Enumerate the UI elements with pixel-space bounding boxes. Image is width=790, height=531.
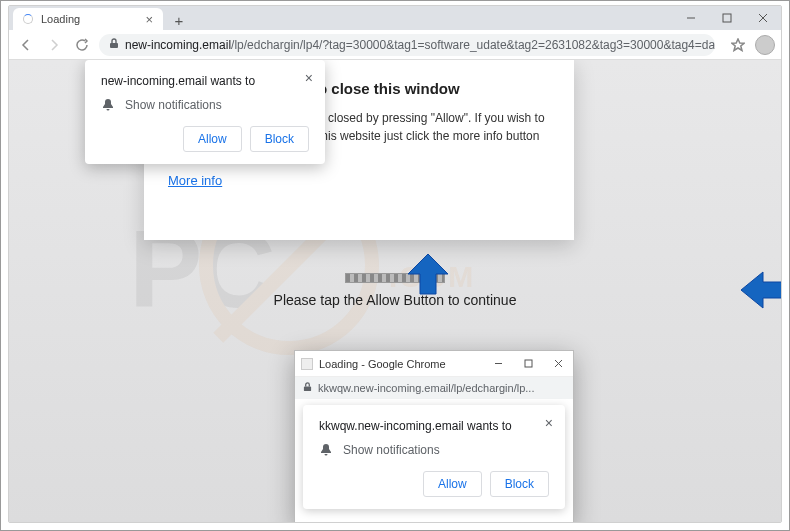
block-button[interactable]: Block bbox=[250, 126, 309, 152]
new-tab-button[interactable]: + bbox=[169, 10, 189, 30]
popup-maximize-button[interactable] bbox=[513, 351, 543, 377]
popup-notification-permission-prompt: kkwqw.new-incoming.email wants to × Show… bbox=[303, 405, 565, 509]
page-viewport: PC .COM o close this window e closed by … bbox=[9, 60, 781, 522]
arrow-left-icon bbox=[739, 270, 781, 314]
lock-icon bbox=[109, 38, 119, 52]
lock-icon bbox=[303, 382, 312, 394]
popup-permission-row: Show notifications bbox=[319, 443, 549, 457]
tab-title: Loading bbox=[41, 13, 137, 25]
favicon-icon bbox=[301, 358, 313, 370]
popup-title-text: Loading - Google Chrome bbox=[319, 358, 483, 370]
profile-avatar-icon[interactable] bbox=[755, 35, 775, 55]
toolbar: new-incoming.email /lp/edchargin/lp4/?ta… bbox=[9, 30, 781, 60]
permission-row-label: Show notifications bbox=[125, 98, 222, 112]
close-icon[interactable]: × bbox=[305, 70, 313, 86]
browser-tab[interactable]: Loading × bbox=[13, 8, 163, 30]
svg-marker-5 bbox=[732, 39, 744, 51]
allow-button[interactable]: Allow bbox=[183, 126, 242, 152]
svg-rect-4 bbox=[110, 43, 118, 48]
address-bar[interactable]: new-incoming.email /lp/edchargin/lp4/?ta… bbox=[99, 34, 715, 56]
tabs-area: Loading × + bbox=[9, 6, 189, 30]
back-button[interactable] bbox=[15, 34, 37, 56]
window-controls bbox=[673, 6, 781, 30]
popup-address-bar[interactable]: kkwqw.new-incoming.email/lp/edchargin/lp… bbox=[295, 377, 573, 399]
permission-title: new-incoming.email wants to bbox=[101, 74, 309, 88]
maximize-button[interactable] bbox=[709, 6, 745, 30]
popup-permission-title: kkwqw.new-incoming.email wants to bbox=[319, 419, 549, 433]
browser-window: Loading × + new-incoming.email /lp/edcha… bbox=[8, 5, 782, 523]
loading-spinner-icon bbox=[23, 14, 33, 24]
forward-button[interactable] bbox=[43, 34, 65, 56]
mid-text: Please tap the Allow Button to continue bbox=[9, 292, 781, 308]
permission-row: Show notifications bbox=[101, 98, 309, 112]
more-info-link[interactable]: More info bbox=[168, 173, 222, 188]
reload-button[interactable] bbox=[71, 34, 93, 56]
url-domain: new-incoming.email bbox=[125, 38, 231, 52]
popup-close-button[interactable] bbox=[543, 351, 573, 377]
popup-title-bar: Loading - Google Chrome bbox=[295, 351, 573, 377]
popup-body: kkwqw.new-incoming.email wants to × Show… bbox=[295, 399, 573, 522]
url-path: /lp/edchargin/lp4/?tag=30000&tag1=softwa… bbox=[231, 38, 715, 52]
bookmark-star-icon[interactable] bbox=[727, 34, 749, 56]
svg-rect-9 bbox=[525, 360, 532, 367]
svg-marker-7 bbox=[741, 272, 781, 308]
close-tab-icon[interactable]: × bbox=[145, 13, 153, 26]
close-window-button[interactable] bbox=[745, 6, 781, 30]
permission-buttons: Allow Block bbox=[101, 126, 309, 152]
close-icon[interactable]: × bbox=[545, 415, 553, 431]
mid-bar: Please tap the Allow Button to continue bbox=[9, 270, 781, 308]
bell-icon bbox=[101, 98, 115, 112]
svg-marker-6 bbox=[408, 254, 448, 294]
popup-allow-button[interactable]: Allow bbox=[423, 471, 482, 497]
popup-minimize-button[interactable] bbox=[483, 351, 513, 377]
popup-url: kkwqw.new-incoming.email/lp/edchargin/lp… bbox=[318, 382, 534, 394]
popup-permission-row-label: Show notifications bbox=[343, 443, 440, 457]
title-bar: Loading × + bbox=[9, 6, 781, 30]
popup-block-button[interactable]: Block bbox=[490, 471, 549, 497]
arrow-up-icon bbox=[404, 250, 452, 302]
bell-icon bbox=[319, 443, 333, 457]
popup-browser-window: Loading - Google Chrome kkwqw.new-incomi… bbox=[294, 350, 574, 522]
minimize-button[interactable] bbox=[673, 6, 709, 30]
svg-rect-12 bbox=[304, 387, 311, 392]
notification-permission-prompt: new-incoming.email wants to × Show notif… bbox=[85, 60, 325, 164]
popup-permission-buttons: Allow Block bbox=[319, 471, 549, 497]
svg-rect-1 bbox=[723, 14, 731, 22]
